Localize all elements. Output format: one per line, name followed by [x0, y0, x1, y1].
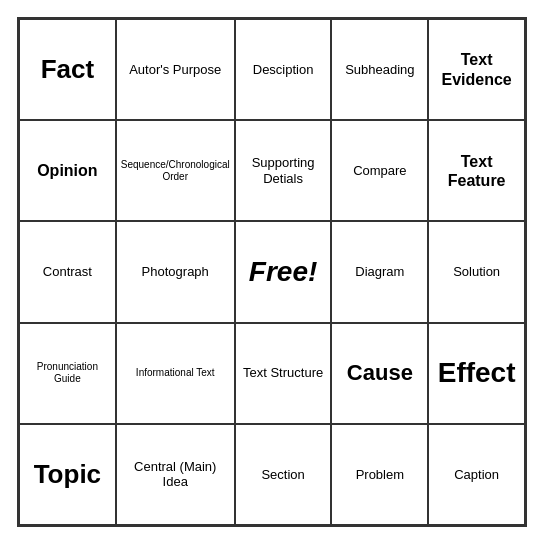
bingo-cell-r4c0: Topic: [19, 424, 116, 525]
bingo-cell-r1c1: Sequence/Chronological Order: [116, 120, 235, 221]
bingo-cell-r0c4: Text Evidence: [428, 19, 525, 120]
bingo-cell-r3c1: Informational Text: [116, 323, 235, 424]
bingo-board: FactAutor's PurposeDesciptionSubheadingT…: [17, 17, 527, 527]
bingo-cell-r1c0: Opinion: [19, 120, 116, 221]
bingo-cell-r2c3: Diagram: [331, 221, 428, 322]
bingo-cell-r1c2: Supporting Detials: [235, 120, 332, 221]
bingo-cell-r4c4: Caption: [428, 424, 525, 525]
bingo-cell-r3c0: Pronunciation Guide: [19, 323, 116, 424]
bingo-cell-r3c3: Cause: [331, 323, 428, 424]
bingo-cell-r1c4: Text Feature: [428, 120, 525, 221]
bingo-cell-r4c1: Central (Main) Idea: [116, 424, 235, 525]
bingo-cell-r2c0: Contrast: [19, 221, 116, 322]
bingo-cell-r0c1: Autor's Purpose: [116, 19, 235, 120]
bingo-cell-r4c2: Section: [235, 424, 332, 525]
bingo-cell-r1c3: Compare: [331, 120, 428, 221]
bingo-cell-r0c0: Fact: [19, 19, 116, 120]
bingo-cell-r4c3: Problem: [331, 424, 428, 525]
bingo-cell-r3c4: Effect: [428, 323, 525, 424]
bingo-cell-r0c3: Subheading: [331, 19, 428, 120]
bingo-cell-r2c1: Photograph: [116, 221, 235, 322]
bingo-cell-r3c2: Text Structure: [235, 323, 332, 424]
bingo-cell-r2c2: Free!: [235, 221, 332, 322]
bingo-cell-r2c4: Solution: [428, 221, 525, 322]
bingo-cell-r0c2: Desciption: [235, 19, 332, 120]
